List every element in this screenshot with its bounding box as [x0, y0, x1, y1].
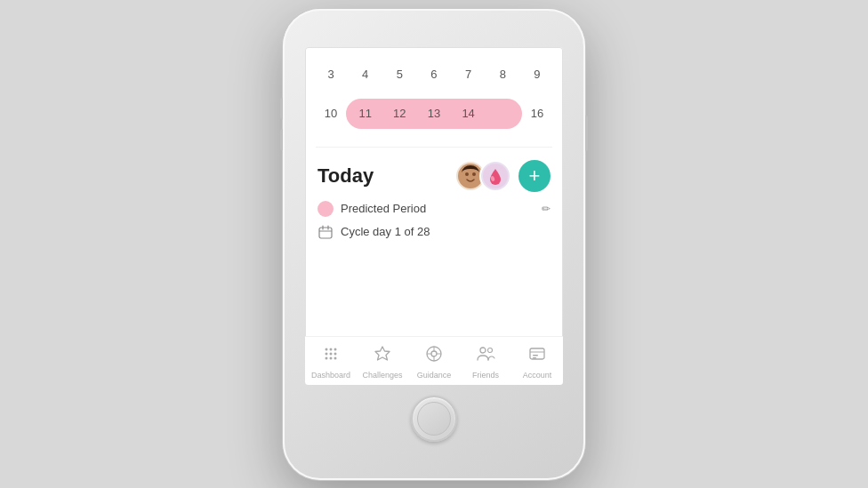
nav-friends[interactable]: Friends — [460, 344, 511, 380]
today-header: Today — [317, 160, 551, 192]
cal-day-4: 4 — [350, 60, 381, 90]
account-label: Account — [523, 371, 552, 380]
calendar-small-icon — [317, 224, 334, 240]
home-button[interactable] — [411, 396, 457, 442]
nav-challenges[interactable]: Challenges — [357, 344, 408, 380]
side-button-volume-up — [280, 98, 283, 119]
svg-point-13 — [330, 352, 333, 355]
side-button-volume-down — [280, 129, 283, 150]
dashboard-icon — [321, 344, 341, 368]
friends-label: Friends — [472, 371, 499, 380]
bottom-nav: Dashboard Challenges — [305, 336, 563, 385]
cal-day-10: 10 — [316, 99, 346, 129]
svg-point-19 — [431, 351, 437, 356]
svg-rect-5 — [319, 228, 332, 238]
predicted-period-item: Predicted Period ✏ — [317, 201, 551, 217]
nav-guidance[interactable]: Guidance — [408, 344, 460, 380]
dashboard-label: Dashboard — [311, 371, 350, 380]
calendar-row-1: 3 4 5 6 7 8 9 — [316, 60, 552, 90]
cal-day-11: 11 — [350, 99, 381, 129]
nav-account[interactable]: Account — [511, 344, 563, 380]
nav-dashboard[interactable]: Dashboard — [305, 344, 357, 380]
cycle-day-item: Cycle day 1 of 28 — [317, 224, 551, 240]
svg-point-10 — [330, 348, 333, 350]
cal-day-6: 6 — [419, 60, 449, 90]
challenges-icon — [373, 344, 392, 368]
svg-point-24 — [480, 348, 486, 353]
phone-screen: 3 4 5 6 7 8 9 10 11 12 13 14 15 16 — [305, 47, 563, 385]
cal-day-13: 13 — [419, 99, 449, 129]
challenges-label: Challenges — [362, 371, 402, 380]
today-actions: + — [454, 160, 551, 192]
svg-rect-26 — [530, 348, 544, 359]
svg-point-1 — [465, 172, 469, 176]
add-button[interactable]: + — [518, 160, 551, 192]
avatar-drop — [479, 160, 511, 192]
friends-icon — [476, 344, 495, 368]
edit-icon[interactable]: ✏ — [542, 203, 551, 215]
svg-rect-28 — [533, 355, 538, 356]
cal-day-14: 14 — [454, 99, 484, 129]
account-icon — [527, 344, 547, 368]
svg-point-17 — [334, 356, 337, 359]
cal-day-7: 7 — [454, 60, 484, 90]
predicted-period-label: Predicted Period — [341, 202, 534, 215]
svg-point-12 — [326, 352, 328, 355]
guidance-icon — [424, 344, 444, 368]
avatar-group — [454, 160, 511, 192]
calendar-section: 3 4 5 6 7 8 9 10 11 12 13 14 15 16 — [305, 47, 563, 145]
period-dot-icon — [317, 201, 334, 217]
svg-point-2 — [472, 172, 476, 176]
today-title: Today — [317, 164, 374, 188]
cal-day-5: 5 — [384, 60, 414, 90]
svg-point-9 — [326, 348, 328, 350]
today-section: Today — [305, 149, 563, 336]
cal-day-8: 8 — [487, 60, 518, 90]
cal-day-12: 12 — [384, 99, 414, 129]
guidance-label: Guidance — [417, 371, 452, 380]
home-button-inner — [417, 402, 451, 436]
cal-day-16: 16 — [522, 99, 552, 129]
svg-point-15 — [326, 356, 328, 359]
svg-point-11 — [334, 348, 337, 350]
calendar-row-2: 10 11 12 13 14 15 16 — [316, 99, 552, 129]
phone-device: 3 4 5 6 7 8 9 10 11 12 13 14 15 16 — [283, 9, 585, 480]
svg-point-25 — [488, 348, 493, 352]
svg-rect-29 — [533, 357, 536, 359]
cal-day-9: 9 — [522, 60, 552, 90]
cal-day-3: 3 — [316, 60, 346, 90]
svg-point-14 — [334, 352, 337, 355]
svg-point-16 — [330, 356, 333, 359]
section-divider — [316, 147, 552, 148]
side-button-power — [585, 116, 588, 151]
cycle-day-label: Cycle day 1 of 28 — [341, 225, 430, 238]
